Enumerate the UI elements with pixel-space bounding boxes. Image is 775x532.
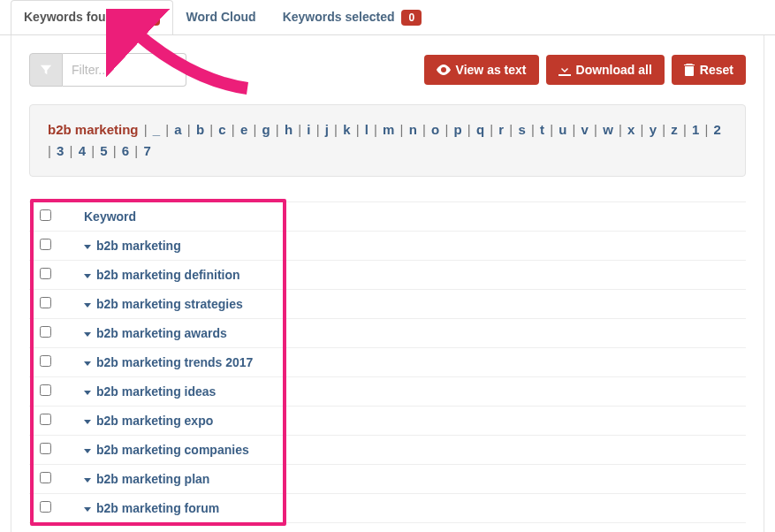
row-checkbox[interactable] <box>40 297 51 308</box>
row-checkbox[interactable] <box>40 384 51 396</box>
keyword-text: b2b marketing expo <box>96 414 213 428</box>
button-label: Reset <box>700 63 733 77</box>
alpha-link[interactable]: z <box>671 122 678 137</box>
keyword-cell[interactable]: b2b marketing <box>73 232 746 261</box>
keyword-cell[interactable]: b2b marketing ideas <box>73 377 746 407</box>
table-row: b2b marketing trends 2017 <box>29 348 746 377</box>
row-checkbox-cell <box>29 494 73 523</box>
row-checkbox[interactable] <box>40 355 51 367</box>
button-label: Download all <box>576 63 652 77</box>
table-row: b2b marketing awards <box>29 319 746 348</box>
tab-keywords-selected[interactable]: Keywords selected 0 <box>270 0 435 34</box>
alpha-link[interactable]: l <box>365 122 369 137</box>
keyword-cell[interactable]: b2b marketing definition <box>73 261 746 290</box>
reset-button[interactable]: Reset <box>672 55 746 85</box>
alpha-separator: | <box>680 122 690 137</box>
row-checkbox[interactable] <box>40 443 51 454</box>
filter-button[interactable] <box>29 53 63 87</box>
keyword-cell[interactable]: b2b marketing companies <box>73 436 746 465</box>
alpha-separator: | <box>615 122 626 137</box>
alpha-link[interactable]: r <box>498 122 504 137</box>
alpha-link[interactable]: y <box>650 122 657 137</box>
chevron-down-icon <box>84 420 91 424</box>
select-all-cell <box>29 202 73 232</box>
keyword-text: b2b marketing forum <box>96 501 219 515</box>
alpha-link[interactable]: q <box>476 122 484 137</box>
alpha-link[interactable]: g <box>262 122 270 137</box>
alpha-link[interactable]: m <box>383 122 394 137</box>
alpha-link[interactable]: u <box>558 122 566 137</box>
row-checkbox-cell <box>29 436 73 465</box>
alpha-link[interactable]: j <box>325 122 329 137</box>
alpha-link[interactable]: w <box>603 122 613 137</box>
row-checkbox-cell <box>29 348 73 377</box>
alpha-separator: | <box>144 122 151 137</box>
alpha-link[interactable]: 1 <box>692 122 699 137</box>
alpha-link[interactable]: 6 <box>122 143 129 158</box>
alpha-link[interactable]: 3 <box>57 143 64 158</box>
view-as-text-button[interactable]: View as text <box>424 55 539 85</box>
table-row: b2b marketing companies <box>29 436 746 465</box>
row-checkbox[interactable] <box>40 268 51 279</box>
alpha-separator: | <box>370 122 381 137</box>
filter-input[interactable] <box>63 53 186 87</box>
alpha-link[interactable]: x <box>627 122 634 137</box>
alpha-separator: | <box>162 122 172 137</box>
alpha-main-term: b2b marketing <box>48 122 139 137</box>
tab-word-cloud[interactable]: Word Cloud <box>173 0 270 34</box>
row-checkbox[interactable] <box>40 472 51 483</box>
alpha-link[interactable]: h <box>285 122 293 137</box>
keyword-text: b2b marketing <box>96 239 181 253</box>
keyword-cell[interactable]: b2b marketing trends 2017 <box>73 348 746 377</box>
alpha-link[interactable]: e <box>240 122 247 137</box>
row-checkbox-cell <box>29 407 73 436</box>
alpha-link[interactable]: 5 <box>100 143 107 158</box>
alpha-separator: | <box>87 143 98 158</box>
row-checkbox[interactable] <box>40 326 51 338</box>
alpha-separator: | <box>184 122 194 137</box>
panel-main: View as text Download all Reset b2b mark… <box>11 35 764 532</box>
alpha-link[interactable]: a <box>174 122 181 137</box>
alpha-link[interactable]: c <box>218 122 225 137</box>
keyword-cell[interactable]: b2b marketing plan <box>73 465 746 494</box>
alpha-link[interactable]: b <box>196 122 204 137</box>
alpha-link[interactable]: t <box>540 122 544 137</box>
keyword-cell[interactable]: b2b marketing strategies <box>73 290 746 319</box>
chevron-down-icon <box>84 332 91 337</box>
alpha-separator: | <box>441 122 452 137</box>
alpha-link[interactable]: 4 <box>79 143 86 158</box>
keyword-text: b2b marketing strategies <box>96 297 243 311</box>
alpha-separator: | <box>206 122 217 137</box>
table-row: b2b marketing strategies <box>29 290 746 319</box>
alpha-separator: | <box>228 122 239 137</box>
alpha-link[interactable]: v <box>581 122 589 137</box>
alpha-link[interactable]: s <box>518 122 525 137</box>
keyword-cell[interactable]: b2b marketing awards <box>73 319 746 348</box>
alpha-link[interactable]: n <box>409 122 417 137</box>
keyword-text: b2b marketing awards <box>96 326 227 340</box>
chevron-down-icon <box>84 507 91 512</box>
chevron-down-icon <box>84 274 91 278</box>
alpha-link[interactable]: o <box>431 122 439 137</box>
alpha-separator: | <box>65 143 76 158</box>
alpha-link[interactable]: 2 <box>714 122 721 137</box>
row-checkbox-cell <box>29 232 73 261</box>
tab-keywords-found[interactable]: Keywords found 267 <box>11 0 173 34</box>
alpha-separator: | <box>590 122 601 137</box>
alpha-link[interactable]: p <box>454 122 462 137</box>
row-checkbox[interactable] <box>40 501 51 513</box>
row-checkbox[interactable] <box>40 239 51 250</box>
column-header-keyword[interactable]: Keyword <box>73 202 746 232</box>
alpha-link[interactable]: _ <box>153 122 160 137</box>
select-all-checkbox[interactable] <box>40 209 51 221</box>
download-all-button[interactable]: Download all <box>546 55 665 85</box>
alpha-link[interactable]: k <box>343 122 350 137</box>
keyword-cell[interactable]: b2b marketing forum <box>73 494 746 523</box>
keyword-cell[interactable]: b2b marketing expo <box>73 407 746 436</box>
alpha-link[interactable]: i <box>307 122 310 137</box>
filter-icon <box>40 64 52 76</box>
alpha-separator: | <box>505 122 516 137</box>
alpha-link[interactable]: 7 <box>143 143 150 158</box>
row-checkbox[interactable] <box>40 414 51 425</box>
alpha-separator: | <box>48 143 55 158</box>
